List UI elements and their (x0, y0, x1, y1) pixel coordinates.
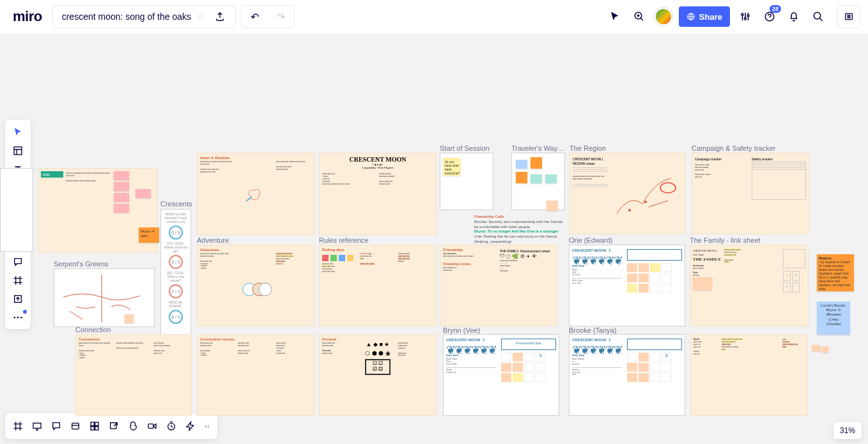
crescent-label-2: ADV. GOAL: Where did boom go? (164, 241, 188, 253)
sticky-start[interactable]: do you have their back, everyone? (443, 158, 461, 176)
crescent-label-4: RESCUE BOMAR: (164, 300, 188, 308)
crescent-circle-1: 0 / 5 (169, 226, 183, 240)
undo-redo-group: ↶ ↷ (241, 5, 295, 28)
frame-brooke[interactable]: CRESCENT MOON ☽ ❦❦❦❦❦❦ ♥♥♥ ♥♥♥ Name: Bro… (569, 334, 685, 416)
frame-label-brooke[interactable]: Brooke (Tanya) (569, 326, 617, 334)
logo-subtitle: Campfables • Free Playtest (322, 166, 433, 169)
bell-icon[interactable] (785, 8, 803, 26)
sticky-travelers-extra[interactable] (546, 201, 558, 211)
frame-heart-shadow[interactable]: Heart & Shadow. xx xxxxxxx xx xxxxx xx x… (197, 153, 314, 235)
frame-brynn[interactable]: CRESCENT MOON ☽ ❦❦❦❦❦❦ ♥♥♥ ♥♥♥ Name: Bry… (443, 334, 559, 416)
frame-label-tracker[interactable]: Campaign & Safety tracker (692, 144, 775, 152)
sticky-regions[interactable]: Regions• by request to Outset III, invit… (817, 254, 854, 291)
frame-serpents[interactable] (54, 268, 155, 327)
crescent-label-3: SEC. GOAL: What's Orie secret? (164, 271, 188, 282)
zoom-plus-icon[interactable] (630, 8, 648, 26)
cs-title-brooke: CRESCENT MOON ☽ (572, 337, 622, 342)
frame-connection[interactable]: Connection. xxxx xxxxx xxx xxxxxxx xxxx … (75, 334, 192, 416)
frame-label-adventure[interactable]: Adventure (197, 236, 229, 244)
fc-line-2: Brynn: To no longer feel like Orie is a … (474, 229, 564, 234)
sticky-regions-title: Regions (819, 256, 832, 260)
svg-point-24 (628, 209, 631, 211)
frame-ground[interactable]: Ground. xxxx xxxxx xxxxxxxxxx xxxxThe ru… (319, 334, 437, 416)
svg-point-2 (741, 14, 743, 16)
hide-panel-icon[interactable] (837, 5, 860, 28)
search-icon[interactable] (809, 8, 827, 26)
frame-connection-moves[interactable]: Connection moves. xxxx xxxxx xxxxxxxxxx … (197, 334, 314, 416)
help-icon[interactable]: 28 (761, 8, 779, 26)
sticky-moon[interactable]: Moon: 4 spin (139, 227, 159, 243)
cs-box-brynn: A resourceful fixer (501, 339, 556, 350)
frame-label-brynn[interactable]: Brynn (Vee) (443, 326, 480, 334)
notification-badge: 28 (770, 5, 781, 13)
fc-line-1: Brooke: Security and understanding with … (474, 220, 564, 230)
bonds-c: (Orie) (828, 318, 838, 321)
svg-point-4 (747, 15, 749, 17)
svg-point-23 (660, 183, 676, 193)
crescent-circle-3: 2 / 3 (169, 284, 183, 298)
heading-friendship: Friendship. (443, 248, 497, 252)
frame-rules[interactable]: Rolling dice. xxxxxxx xxxxxxxxx xxxx xxx… (319, 245, 437, 326)
crescent-label-1: What's up with this team? (and crescent … (164, 212, 188, 224)
cursor-mode-icon[interactable] (606, 8, 624, 26)
undo-button[interactable]: ↶ (242, 11, 268, 23)
share-button[interactable]: Share (679, 6, 730, 27)
star-icon[interactable]: ☆ (196, 11, 205, 22)
frame-logo-sheet[interactable]: CRESCENT MOON ☽ ◐ ● ◑ ☾ Campfables • Fre… (319, 153, 437, 235)
heading-fam2: THE FAMILY. (693, 257, 722, 262)
frame-label-serpents[interactable]: Serpent's Greens (54, 260, 108, 268)
board-title-box: crescent moon: song of the oaks ☆ (52, 5, 236, 28)
sticky-mini-2[interactable] (822, 346, 828, 353)
floating-friendship-calls[interactable]: Friendship Calls Brooke: Security and un… (474, 215, 564, 245)
bonds-title: Luma's Bonds: (821, 303, 846, 307)
frame-partial-left[interactable] (0, 168, 33, 252)
export-icon[interactable] (210, 11, 230, 22)
cs-title-orie: CRESCENT MOON ☽ (572, 248, 622, 252)
frame-crescents[interactable]: What's up with this team? (and crescent … (160, 209, 191, 352)
frame-label-start[interactable]: Start of Session (440, 144, 490, 152)
crescent-circle-2: 5 / 5 (169, 255, 183, 269)
fc-title: Friendship Calls (474, 215, 564, 220)
frame-friendship[interactable]: Friendship. xxxx xxxxxxxxxxxx xxxxx xxx … (440, 245, 557, 326)
svg-point-3 (745, 18, 747, 20)
frame-label-region[interactable]: The Region (570, 144, 606, 152)
redo-button[interactable]: ↷ (268, 11, 294, 23)
frame-label-rules[interactable]: Rules reference (319, 236, 369, 244)
frame-orie[interactable]: CRESCENT MOON ☽ ❦❦❦❦❦❦ ♥♥♥ ♥♥♥ Name: ___… (569, 245, 685, 326)
frame-tracker[interactable]: Campaign trackerxxxxx xxxx xxxxxxxxx xxx… (692, 153, 809, 234)
board-title[interactable]: crescent moon: song of the oaks (62, 11, 191, 22)
sticky-mini-1[interactable] (812, 345, 821, 351)
share-label: Share (699, 12, 722, 22)
crescent-circle-4: 0 / 5 (169, 310, 183, 324)
canvas[interactable]: notes xxxxx xx xxxxxxx xxxxx xxxxxx xxxx… (0, 33, 868, 444)
sticky-bonds[interactable]: Luma's Bonds: Brynn: 0 (Brooke) (Orie) (… (817, 302, 850, 335)
cs-title-brynn: CRESCENT MOON ☽ (446, 337, 496, 342)
frame-label-family[interactable]: The Family - link sheet (690, 236, 761, 244)
svg-point-25 (644, 201, 647, 203)
logo[interactable]: miro (8, 8, 47, 25)
sticky-serpents[interactable] (125, 314, 134, 323)
settings-icon[interactable] (736, 8, 754, 26)
heading-fam: THE FAMILY. Advancement sheet (500, 249, 550, 253)
frame-label-crescents[interactable]: Crescents (160, 200, 192, 208)
bonds-d: (Charlie) (826, 322, 841, 326)
frame-adventure[interactable]: Adventure. xxxxx xxxx xxxxxxx xx xxxxx x… (197, 245, 314, 326)
frame-family[interactable]: CRESCENT MOON | Link Type THE FAMILY. th… (690, 245, 809, 326)
frame-label-orie[interactable]: Orie (Edward) (569, 236, 612, 244)
svg-point-6 (814, 12, 821, 19)
fc-line-3: Orie: Feeling like he can rely/count on … (474, 234, 564, 245)
frame-region[interactable]: CRESCENT MOON | REGION sheet xxxxx xxxxx… (570, 153, 686, 234)
logo-title: CRESCENT MOON (322, 156, 433, 163)
svg-point-28 (259, 283, 272, 296)
frame-label-travelers[interactable]: Traveler's Wayp… (511, 144, 565, 152)
frame-label-connection[interactable]: Connection (75, 326, 111, 333)
frame-extra-sheet[interactable]: Bondsxxxx xxxxxxxx: xxxxxx: xxxxxxxxxxx … (690, 334, 808, 416)
bonds-a: Brynn: 0 (826, 308, 841, 312)
user-avatar[interactable] (655, 8, 672, 26)
bonds-b: (Brooke) (826, 312, 841, 316)
